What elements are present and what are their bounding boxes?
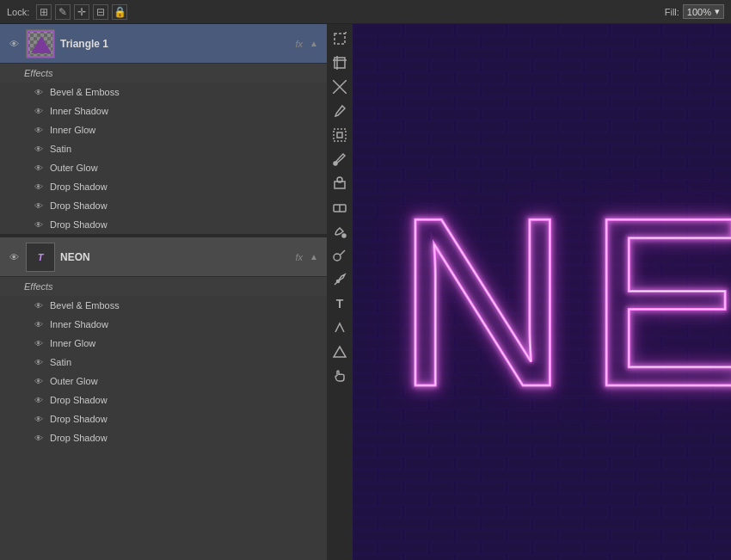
expand-triangle1[interactable]: ▲ bbox=[308, 39, 320, 48]
effect-name-inner-shadow-1: Inner Shadow bbox=[50, 106, 108, 116]
effect-satin-1[interactable]: 👁 Satin bbox=[0, 139, 327, 158]
lock-icon-5[interactable]: 🔒 bbox=[112, 4, 127, 20]
layers-panel: 👁 Triangle 1 fx ▲ Effects 👁 Bevel & Embo… bbox=[0, 24, 327, 560]
eye-inner-shadow-1[interactable]: 👁 bbox=[33, 105, 45, 117]
effect-outer-glow-2[interactable]: 👁 Outer Glow bbox=[0, 372, 327, 391]
eye-bevel-emboss-1[interactable]: 👁 bbox=[33, 86, 45, 98]
effects-neon: Effects 👁 Bevel & Emboss 👁 Inner Shadow … bbox=[0, 277, 327, 447]
eye-drop-shadow-2b[interactable]: 👁 bbox=[33, 413, 45, 425]
layer-fx-triangle1[interactable]: fx bbox=[295, 39, 303, 49]
effects-header-neon: Effects bbox=[0, 277, 327, 296]
eyedropper-tool[interactable] bbox=[329, 100, 351, 122]
eye-drop-shadow-2c[interactable]: 👁 bbox=[33, 432, 45, 444]
effects-triangle1: Effects 👁 Bevel & Emboss 👁 Inner Shadow … bbox=[0, 64, 327, 234]
eye-satin-2[interactable]: 👁 bbox=[33, 356, 45, 368]
layer-neon[interactable]: 👁 T NEON fx ▲ bbox=[0, 237, 327, 277]
eye-drop-shadow-1a[interactable]: 👁 bbox=[33, 181, 45, 193]
effect-drop-shadow-1a[interactable]: 👁 Drop Shadow bbox=[0, 177, 327, 196]
svg-line-1 bbox=[345, 32, 347, 34]
eye-triangle1[interactable]: 👁 bbox=[7, 37, 21, 51]
lock-icon-4[interactable]: ⊟ bbox=[93, 4, 108, 20]
brush-tool[interactable] bbox=[329, 148, 351, 170]
eye-drop-shadow-1b[interactable]: 👁 bbox=[33, 200, 45, 212]
svg-point-14 bbox=[342, 234, 346, 237]
eye-outer-glow-2[interactable]: 👁 bbox=[33, 375, 45, 387]
thumb-border bbox=[27, 30, 54, 58]
paint-bucket-tool[interactable] bbox=[329, 220, 351, 243]
lock-icons: ⊞ ✎ ✛ ⊟ 🔒 bbox=[36, 4, 127, 20]
effect-drop-shadow-1b[interactable]: 👁 Drop Shadow bbox=[0, 196, 327, 215]
svg-rect-2 bbox=[335, 58, 345, 68]
effect-inner-glow-1[interactable]: 👁 Inner Glow bbox=[0, 120, 327, 139]
eye-outer-glow-1[interactable]: 👁 bbox=[33, 162, 45, 174]
effect-drop-shadow-2c[interactable]: 👁 Drop Shadow bbox=[0, 428, 327, 447]
effect-name-drop-shadow-1c: Drop Shadow bbox=[50, 219, 108, 230]
effect-inner-glow-2[interactable]: 👁 Inner Glow bbox=[0, 334, 327, 353]
type-tool[interactable]: T bbox=[329, 292, 351, 315]
eye-neon[interactable]: 👁 bbox=[7, 250, 21, 264]
selection-tool[interactable] bbox=[329, 124, 351, 146]
dodge-tool[interactable] bbox=[329, 244, 351, 267]
effect-drop-shadow-2a[interactable]: 👁 Drop Shadow bbox=[0, 391, 327, 409]
effect-name-drop-shadow-1b: Drop Shadow bbox=[50, 200, 108, 211]
thumb-neon: T bbox=[26, 243, 55, 272]
effect-name-satin-1: Satin bbox=[50, 144, 71, 154]
layer-fx-neon[interactable]: fx bbox=[295, 252, 303, 262]
svg-text:NE: NE bbox=[396, 168, 731, 436]
eye-inner-glow-1[interactable]: 👁 bbox=[33, 124, 45, 136]
effect-name-inner-shadow-2: Inner Shadow bbox=[50, 319, 108, 329]
cross-tool[interactable] bbox=[329, 76, 351, 98]
effect-name-inner-glow-1: Inner Glow bbox=[50, 125, 95, 135]
effect-drop-shadow-2b[interactable]: 👁 Drop Shadow bbox=[0, 409, 327, 428]
svg-point-17 bbox=[337, 280, 340, 283]
effect-name-outer-glow-1: Outer Glow bbox=[50, 163, 98, 173]
layer-triangle1[interactable]: 👁 Triangle 1 fx ▲ bbox=[0, 24, 327, 64]
svg-rect-8 bbox=[337, 132, 342, 138]
eye-drop-shadow-1c[interactable]: 👁 bbox=[33, 218, 45, 231]
eraser-tool[interactable] bbox=[329, 196, 351, 218]
canvas-area: NE NE NE NE bbox=[353, 24, 731, 560]
lock-icon-3[interactable]: ✛ bbox=[74, 4, 89, 20]
eye-bevel-emboss-2[interactable]: 👁 bbox=[33, 299, 45, 311]
effect-name-drop-shadow-2a: Drop Shadow bbox=[50, 395, 108, 405]
effect-outer-glow-1[interactable]: 👁 Outer Glow bbox=[0, 158, 327, 177]
shape-tool[interactable] bbox=[329, 341, 351, 363]
content-area: 👁 Triangle 1 fx ▲ Effects 👁 Bevel & Embo… bbox=[0, 24, 731, 560]
effect-satin-2[interactable]: 👁 Satin bbox=[0, 353, 327, 372]
effect-inner-shadow-1[interactable]: 👁 Inner Shadow bbox=[0, 102, 327, 120]
svg-line-16 bbox=[340, 250, 345, 255]
thumb-triangle1 bbox=[26, 29, 55, 58]
effect-name-inner-glow-2: Inner Glow bbox=[50, 338, 95, 348]
expand-neon[interactable]: ▲ bbox=[308, 252, 320, 262]
hand-tool[interactable] bbox=[329, 365, 351, 387]
stamp-tool[interactable] bbox=[329, 172, 351, 194]
effect-bevel-emboss-1[interactable]: 👁 Bevel & Emboss bbox=[0, 83, 327, 102]
effects-label-neon: Effects bbox=[24, 281, 53, 292]
fill-area: Fill: 100% ▾ bbox=[665, 4, 724, 19]
layer-name-neon: NEON bbox=[60, 251, 290, 263]
effect-drop-shadow-1c[interactable]: 👁 Drop Shadow bbox=[0, 215, 327, 234]
effect-bevel-emboss-2[interactable]: 👁 Bevel & Emboss bbox=[0, 296, 327, 315]
fill-label: Fill: bbox=[665, 7, 679, 17]
eye-inner-shadow-2[interactable]: 👁 bbox=[33, 318, 45, 330]
effect-name-outer-glow-2: Outer Glow bbox=[50, 376, 98, 386]
lock-icon-1[interactable]: ⊞ bbox=[36, 4, 52, 20]
effects-header-triangle1: Effects bbox=[0, 64, 327, 83]
svg-rect-0 bbox=[335, 34, 345, 44]
marquee-tool[interactable] bbox=[329, 28, 351, 50]
effect-inner-shadow-2[interactable]: 👁 Inner Shadow bbox=[0, 315, 327, 334]
path-tool[interactable] bbox=[329, 317, 351, 339]
lock-icon-2[interactable]: ✎ bbox=[55, 4, 71, 20]
crop-tool[interactable] bbox=[329, 52, 351, 74]
neon-canvas: NE NE NE NE bbox=[353, 24, 731, 560]
pen-tool[interactable] bbox=[329, 268, 351, 291]
eye-satin-1[interactable]: 👁 bbox=[33, 143, 45, 155]
eye-drop-shadow-2a[interactable]: 👁 bbox=[33, 394, 45, 406]
right-toolbar: T bbox=[327, 24, 353, 560]
svg-point-9 bbox=[334, 162, 337, 165]
top-bar: Lock: ⊞ ✎ ✛ ⊟ 🔒 Fill: 100% ▾ bbox=[0, 0, 731, 24]
effect-name-bevel-emboss-2: Bevel & Emboss bbox=[50, 300, 120, 311]
fill-value: 100% bbox=[687, 7, 711, 17]
fill-dropdown[interactable]: 100% ▾ bbox=[683, 4, 724, 19]
eye-inner-glow-2[interactable]: 👁 bbox=[33, 337, 45, 349]
